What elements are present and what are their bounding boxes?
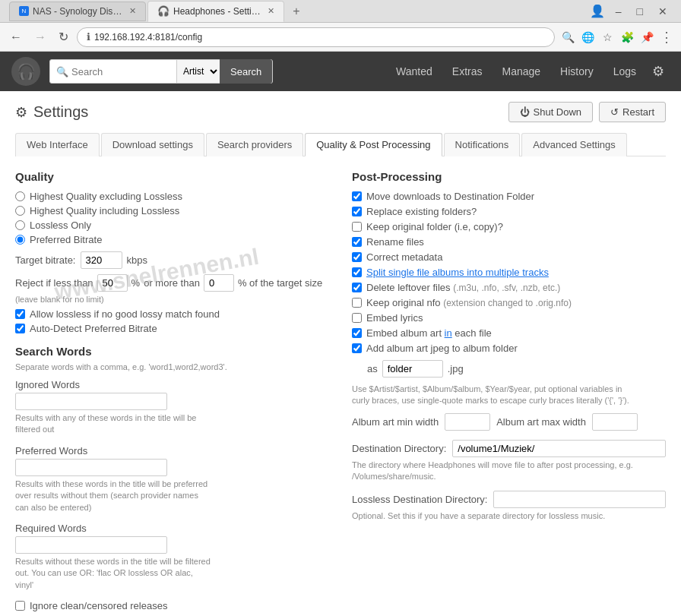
- pp-delete-checkbox[interactable]: [352, 283, 362, 292]
- ignored-words-input[interactable]: [15, 393, 167, 410]
- pp-lyrics-label[interactable]: Embed lyrics: [366, 312, 423, 324]
- forward-button[interactable]: →: [30, 29, 50, 46]
- search-input[interactable]: [71, 66, 170, 77]
- pp-move-dl-checkbox[interactable]: [352, 191, 362, 201]
- dest-dir-input[interactable]: [452, 440, 666, 457]
- radio-highest-incl-label[interactable]: Highest Quality including Lossless: [30, 205, 179, 216]
- nav-wanted[interactable]: Wanted: [387, 62, 442, 81]
- right-column: Post-Processing Move downloads to Destin…: [352, 170, 666, 616]
- pp-delete-label[interactable]: Delete leftover files (.m3u, .nfo, .sfv,…: [366, 282, 560, 293]
- bookmark-icon[interactable]: ☆: [599, 29, 616, 46]
- lossless-dest-row: Lossless Destination Directory:: [352, 491, 666, 508]
- ignore-censored-checkbox[interactable]: [15, 601, 25, 611]
- address-bar[interactable]: ℹ 192.168.192.4:8181/config: [77, 27, 555, 47]
- tab-web-interface[interactable]: Web Interface: [15, 133, 100, 156]
- headphones-tab-label: Headphones - Settings: [173, 6, 261, 17]
- quality-section: Quality Highest Quality excluding Lossle…: [15, 170, 329, 334]
- settings-tabs: Web Interface Download settings Search p…: [15, 133, 666, 156]
- extension-icon-3[interactable]: ⋮: [658, 29, 675, 46]
- radio-highest-excl-label[interactable]: Highest Quality excluding Lossless: [30, 191, 182, 202]
- pp-rename-label[interactable]: Rename files: [366, 236, 424, 248]
- auto-detect-checkbox[interactable]: [15, 324, 25, 333]
- radio-highest-incl-input[interactable]: [15, 206, 25, 216]
- reload-button[interactable]: ↻: [55, 28, 72, 46]
- artist-select[interactable]: Artist: [176, 60, 220, 83]
- new-tab-button[interactable]: +: [286, 2, 307, 21]
- tab-download-settings[interactable]: Download settings: [101, 133, 204, 156]
- pp-keep-orig-checkbox[interactable]: [352, 222, 362, 232]
- pp-delete-leftover: Delete leftover files (.m3u, .nfo, .sfv,…: [352, 282, 666, 293]
- pp-jpeg-checkbox[interactable]: [352, 343, 362, 353]
- radio-preferred-input[interactable]: [15, 235, 25, 245]
- tab-quality-post[interactable]: Quality & Post Processing: [305, 133, 442, 156]
- radio-preferred-label[interactable]: Preferred Bitrate: [30, 234, 102, 245]
- reject-row: Reject if less than % or more than % of …: [15, 274, 329, 292]
- required-words-help: Results without these words in the title…: [15, 556, 213, 591]
- pp-replace-checkbox[interactable]: [352, 207, 362, 216]
- pp-keep-orig-label[interactable]: Keep original folder (i.e, copy)?: [366, 221, 503, 232]
- pp-art-checkbox[interactable]: [352, 328, 362, 338]
- nas-tab-close[interactable]: ✕: [129, 6, 136, 16]
- reject-less-input[interactable]: [97, 274, 128, 292]
- pp-art-label[interactable]: Embed album art in each file: [366, 327, 492, 339]
- radio-lossless-only-label[interactable]: Lossless Only: [30, 220, 91, 231]
- radio-lossless-only-input[interactable]: [15, 220, 25, 230]
- art-max-label: Album art max width: [496, 416, 586, 428]
- settings-gear-button[interactable]: ⚙: [647, 60, 670, 83]
- tab-content: www.snelrennen.nl Quality Highest Qualit…: [15, 170, 666, 616]
- app-search-box[interactable]: 🔍 Artist Search: [49, 59, 273, 84]
- pp-correct-meta: Correct metadata: [352, 251, 666, 263]
- required-words-input[interactable]: [15, 536, 167, 554]
- art-max-input[interactable]: [592, 413, 638, 431]
- target-bitrate-unit: kbps: [127, 254, 147, 266]
- search-button[interactable]: Search: [220, 59, 272, 84]
- tab-search-providers[interactable]: Search providers: [206, 133, 303, 156]
- pp-nfo-label[interactable]: Keep original nfo (extension changed to …: [366, 297, 572, 308]
- target-bitrate-input[interactable]: [81, 251, 122, 269]
- reject-more-input[interactable]: [204, 274, 234, 292]
- pp-add-art-jpeg: Add album art jpeg to album folder: [352, 343, 666, 354]
- pp-meta-checkbox[interactable]: [352, 252, 362, 262]
- shutdown-button[interactable]: ⏻ Shut Down: [508, 102, 594, 122]
- art-min-input[interactable]: [445, 413, 490, 431]
- minimize-button[interactable]: –: [611, 4, 626, 19]
- extension-icon-2[interactable]: 📌: [638, 29, 655, 46]
- allow-lossless-checkbox[interactable]: [15, 309, 25, 319]
- pp-jpeg-label[interactable]: Add album art jpeg to album folder: [366, 343, 518, 354]
- dest-dir-hint: The directory where Headphones will move…: [352, 460, 641, 483]
- pp-replace-label[interactable]: Replace existing folders?: [366, 206, 477, 217]
- restart-button[interactable]: ↺ Restart: [599, 102, 666, 122]
- nav-logs[interactable]: Logs: [604, 62, 645, 81]
- pp-meta-label[interactable]: Correct metadata: [366, 251, 442, 263]
- as-input[interactable]: [382, 360, 443, 377]
- allow-lossless-label[interactable]: Allow lossless if no good lossy match fo…: [30, 308, 220, 320]
- search-icon[interactable]: 🔍: [559, 29, 576, 46]
- close-button[interactable]: ✕: [654, 4, 672, 19]
- preferred-words-input[interactable]: [15, 459, 167, 476]
- extension-icon-1[interactable]: 🧩: [619, 29, 635, 46]
- tab-advanced-settings[interactable]: Advanced Settings: [521, 133, 626, 156]
- tab-notifications[interactable]: Notifications: [444, 133, 521, 156]
- ignore-censored-label[interactable]: Ignore clean/censored releases: [30, 600, 167, 611]
- preferred-words-help: Results with these words in the title wi…: [15, 479, 213, 513]
- window-controls: 👤 – □ ✕: [590, 4, 672, 19]
- browser-tab-nas[interactable]: N NAS - Synology DiskStat... ✕: [9, 2, 146, 21]
- translate-icon[interactable]: 🌐: [579, 29, 596, 46]
- pp-lyrics-checkbox[interactable]: [352, 313, 362, 323]
- auto-detect-label[interactable]: Auto-Detect Preferred Bitrate: [30, 323, 157, 334]
- pp-move-dl-label[interactable]: Move downloads to Destination Folder: [366, 191, 534, 202]
- maximize-button[interactable]: □: [632, 4, 648, 19]
- pp-split-checkbox[interactable]: [352, 267, 362, 277]
- radio-highest-excl-input[interactable]: [15, 191, 25, 201]
- var-hint: Use $Artist/$artist, $Album/$album, $Yea…: [352, 384, 641, 407]
- pp-nfo-checkbox[interactable]: [352, 298, 362, 308]
- pp-split-label[interactable]: Split single file albums into multiple t…: [366, 267, 549, 278]
- nav-history[interactable]: History: [551, 62, 603, 81]
- browser-tab-headphones[interactable]: 🎧 Headphones - Settings ✕: [147, 1, 284, 22]
- nav-extras[interactable]: Extras: [443, 62, 492, 81]
- headphones-tab-close[interactable]: ✕: [268, 6, 274, 16]
- pp-rename-checkbox[interactable]: [352, 237, 362, 247]
- back-button[interactable]: ←: [6, 29, 26, 46]
- lossless-dest-input[interactable]: [493, 491, 666, 508]
- nav-manage[interactable]: Manage: [493, 62, 550, 81]
